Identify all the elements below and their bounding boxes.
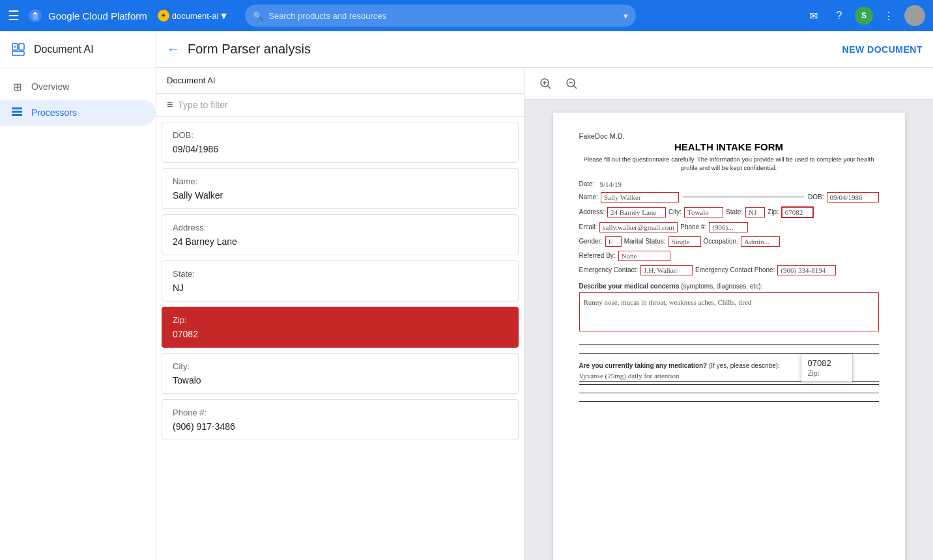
fields-list: DOB: 09/04/1986 Name: Sally Walker Addre…: [156, 117, 524, 560]
content-header: ← Form Parser analysis NEW DOCUMENT: [156, 31, 933, 68]
right-panel: FakeDoc M.D. HEALTH INTAKE FORM Please f…: [524, 68, 933, 560]
left-panel: Document AI ≡ DOB: 09/04/1986 Name: Sall…: [156, 68, 524, 560]
field-item-phone[interactable]: Phone #: (906) 917-3486: [162, 399, 519, 440]
search-chevron-icon: ▾: [624, 11, 628, 21]
page-title: Form Parser analysis: [188, 42, 835, 57]
doc-city-label: City:: [668, 208, 682, 216]
field-label-address: Address:: [173, 223, 508, 232]
search-input[interactable]: [268, 11, 618, 21]
filter-row: ≡: [156, 94, 524, 117]
user-avatar[interactable]: [904, 5, 925, 26]
svg-rect-7: [12, 114, 22, 116]
top-nav: ☰ Google Cloud Platform ✦ document-ai ▾ …: [0, 0, 933, 31]
field-item-state[interactable]: State: NJ: [162, 260, 519, 301]
doc-date-value: 9/14/19: [599, 180, 622, 188]
hamburger-icon[interactable]: ☰: [8, 8, 20, 23]
viewer-content[interactable]: FakeDoc M.D. HEALTH INTAKE FORM Please f…: [524, 100, 933, 560]
doc-city-value: Towalo: [684, 207, 723, 217]
doc-concerns-section: Describe your medical concerns (symptoms…: [579, 282, 879, 331]
zoom-in-icon: [539, 77, 552, 90]
doc-emphone-label: Emergency Contact Phone:: [695, 266, 775, 273]
doc-title: HEALTH INTAKE FORM: [579, 141, 879, 152]
notifications-button[interactable]: ✉: [803, 5, 824, 26]
field-value-phone: (906) 917-3486: [173, 421, 508, 432]
help-button[interactable]: ?: [829, 5, 850, 26]
doc-email-label: Email:: [579, 223, 597, 231]
doc-phone-value: (906)...: [709, 222, 748, 232]
doc-address-label: Address:: [579, 208, 605, 216]
zoom-in-button[interactable]: [535, 73, 556, 94]
field-value-state: NJ: [173, 283, 508, 293]
filter-input[interactable]: [178, 100, 513, 110]
sidebar-item-processors[interactable]: Processors: [0, 100, 156, 126]
doc-zip-value: 07082: [781, 206, 814, 218]
field-label-state: State:: [173, 269, 508, 279]
new-document-button[interactable]: NEW DOCUMENT: [842, 44, 923, 55]
field-item-city[interactable]: City: Towalo: [162, 353, 519, 394]
filter-icon: ≡: [167, 99, 173, 111]
doc-zip-label: Zip:: [768, 208, 779, 216]
doc-emcontact-value: J.H. Walker: [640, 265, 693, 275]
nav-logo: Google Cloud Platform: [27, 8, 147, 23]
doc-referred-label: Referred By:: [579, 252, 616, 259]
doc-date-row: Date: 9/14/19: [579, 180, 879, 188]
zoom-out-icon: [565, 77, 578, 90]
field-label-name: Name:: [173, 176, 508, 186]
field-value-zip: 07082: [173, 329, 508, 339]
svg-rect-0: [12, 44, 18, 50]
doc-address-value: 24 Barney Lane: [607, 207, 666, 217]
doc-gender-value: F: [605, 236, 622, 247]
back-button[interactable]: ←: [167, 42, 180, 57]
field-label-city: City:: [173, 361, 508, 371]
tooltip-box: 07082 Zip:: [801, 354, 853, 382]
sidebar-nav: ⊞ Overview Processors: [0, 68, 156, 131]
document-page: FakeDoc M.D. HEALTH INTAKE FORM Please f…: [553, 113, 905, 560]
svg-rect-6: [12, 111, 22, 113]
nav-project-selector[interactable]: ✦ document-ai ▾: [158, 8, 227, 23]
field-value-dob: 09/04/1986: [173, 144, 508, 154]
overview-icon: ⊞: [10, 80, 23, 93]
doc-referred-row: Referred By: None: [579, 251, 879, 261]
doc-subtitle: Please fill out the questionnaire carefu…: [579, 155, 879, 173]
field-value-address: 24 Barney Lane: [173, 236, 508, 247]
svg-line-9: [548, 86, 551, 89]
project-icon: ✦: [158, 10, 169, 21]
nav-right-actions: ✉ ? S ⋮: [803, 5, 925, 26]
doc-marital-label: Marital Status:: [624, 238, 666, 245]
doc-dob-value: 09/04/1986: [827, 192, 879, 203]
user-badge[interactable]: S: [855, 7, 873, 25]
field-item-dob[interactable]: DOB: 09/04/1986: [162, 122, 519, 163]
project-name: document-ai: [172, 11, 219, 21]
field-label-phone: Phone #:: [173, 408, 508, 417]
nav-logo-text: Google Cloud Platform: [48, 10, 147, 21]
processors-icon: [10, 106, 23, 119]
project-dropdown-icon: ▾: [221, 8, 227, 23]
doc-email-value: sally.walker@gmail.com: [599, 222, 678, 232]
doc-occupation-label: Occupation:: [704, 238, 738, 245]
doc-medication-label: Are you currently taking any medication?…: [579, 362, 780, 369]
field-item-name[interactable]: Name: Sally Walker: [162, 168, 519, 209]
split-panel: Document AI ≡ DOB: 09/04/1986 Name: Sall…: [156, 68, 933, 560]
doc-name-dob-row: Name: Sally Walker DOB: 09/04/1986: [579, 192, 879, 203]
svg-rect-5: [12, 107, 22, 109]
sidebar-item-overview[interactable]: ⊞ Overview: [0, 74, 156, 100]
tooltip-value: 07082: [808, 358, 846, 368]
doc-name-value: Sally Walker: [601, 192, 679, 203]
field-value-city: Towalo: [173, 375, 508, 385]
more-options-button[interactable]: ⋮: [878, 5, 899, 26]
field-label-zip: Zip:: [173, 315, 508, 325]
main-wrapper: Document AI ⊞ Overview Processors: [0, 31, 933, 560]
doc-emphone-value: (906) 334-8194: [777, 265, 836, 275]
search-icon: 🔍: [253, 11, 263, 21]
field-item-zip[interactable]: Zip: 07082: [162, 307, 519, 348]
zoom-out-button[interactable]: [561, 73, 582, 94]
doc-emcontact-label: Emergency Contact:: [579, 266, 639, 273]
svg-line-13: [574, 86, 577, 89]
field-item-address[interactable]: Address: 24 Barney Lane: [162, 214, 519, 255]
doc-gender-row: Gender: F Marital Status: Single Occupat…: [579, 236, 879, 247]
content-area: ← Form Parser analysis NEW DOCUMENT Docu…: [156, 31, 933, 560]
sidebar-item-overview-label: Overview: [31, 81, 69, 92]
search-bar[interactable]: 🔍 ▾: [245, 5, 636, 27]
doc-state-value: NJ: [745, 207, 765, 217]
doc-gender-label: Gender:: [579, 238, 603, 245]
